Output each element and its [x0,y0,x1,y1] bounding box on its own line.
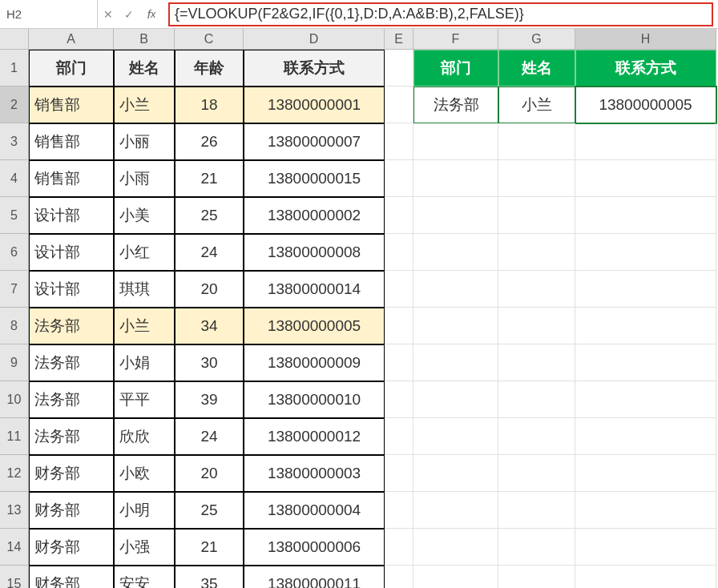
cell-name[interactable]: 小雨 [114,160,175,197]
row-header-7[interactable]: 7 [0,271,29,308]
cell-dept[interactable]: 法务部 [29,344,114,381]
cell-E2[interactable] [385,87,413,123]
cell-E14[interactable] [385,529,413,566]
cell-contact[interactable]: 13800000007 [244,123,385,160]
cell-name[interactable]: 小兰 [114,87,175,123]
cell-dept[interactable]: 设计部 [29,197,114,234]
cell-H8[interactable] [575,308,716,344]
cell-contact[interactable]: 13800000010 [244,381,385,418]
cell-age[interactable]: 24 [175,234,244,271]
column-header-F[interactable]: F [413,29,498,50]
cell-F4[interactable] [413,160,498,197]
select-all-corner[interactable] [0,29,29,50]
cell-H9[interactable] [575,344,716,381]
cell-F14[interactable] [413,529,498,566]
cell-H10[interactable] [575,381,716,418]
cell-E3[interactable] [385,123,413,160]
cell-name[interactable]: 小欧 [114,455,175,492]
cell-contact[interactable]: 13800000005 [244,308,385,344]
row-header-8[interactable]: 8 [0,308,29,344]
column-header-A[interactable]: A [29,29,114,50]
row-header-3[interactable]: 3 [0,123,29,160]
cell-age[interactable]: 35 [175,566,244,588]
cell-age[interactable]: 25 [175,492,244,529]
cell-E12[interactable] [385,455,413,492]
cell-E4[interactable] [385,160,413,197]
cell-name[interactable]: 小娟 [114,344,175,381]
row-header-14[interactable]: 14 [0,529,29,566]
cell-dept[interactable]: 设计部 [29,271,114,308]
cell-E15[interactable] [385,566,413,588]
cell-dept[interactable]: 财务部 [29,566,114,588]
cell-H11[interactable] [575,418,716,455]
cell-name[interactable]: 小丽 [114,123,175,160]
cell-H3[interactable] [575,123,716,160]
cell-G5[interactable] [498,197,575,234]
name-box[interactable]: H2 [0,0,98,28]
cell-contact[interactable]: 13800000011 [244,566,385,588]
cell-age[interactable]: 21 [175,529,244,566]
cell-contact[interactable]: 13800000008 [244,234,385,271]
row-header-12[interactable]: 12 [0,455,29,492]
cell-G15[interactable] [498,566,575,588]
lookup-dept[interactable]: 法务部 [413,87,498,123]
cell-name[interactable]: 琪琪 [114,271,175,308]
cell-name[interactable]: 欣欣 [114,418,175,455]
cell-F7[interactable] [413,271,498,308]
cell-dept[interactable]: 法务部 [29,418,114,455]
row-header-13[interactable]: 13 [0,492,29,529]
row-header-15[interactable]: 15 [0,566,29,588]
column-header-B[interactable]: B [114,29,175,50]
cell-dept[interactable]: 设计部 [29,234,114,271]
cell-age[interactable]: 26 [175,123,244,160]
fx-icon[interactable]: fx [139,0,163,28]
cell-dept[interactable]: 销售部 [29,123,114,160]
cell-G12[interactable] [498,455,575,492]
cell-F11[interactable] [413,418,498,455]
cell-E5[interactable] [385,197,413,234]
cell-G6[interactable] [498,234,575,271]
cell-E10[interactable] [385,381,413,418]
cell-F13[interactable] [413,492,498,529]
cell-dept[interactable]: 法务部 [29,308,114,344]
column-header-C[interactable]: C [175,29,244,50]
cell-age[interactable]: 30 [175,344,244,381]
cell-age[interactable]: 21 [175,160,244,197]
cell-G4[interactable] [498,160,575,197]
cell-contact[interactable]: 13800000015 [244,160,385,197]
cell-age[interactable]: 39 [175,381,244,418]
cell-F5[interactable] [413,197,498,234]
row-header-2[interactable]: 2 [0,87,29,123]
cell-H12[interactable] [575,455,716,492]
cell-contact[interactable]: 13800000001 [244,87,385,123]
cell-contact[interactable]: 13800000004 [244,492,385,529]
cell-G9[interactable] [498,344,575,381]
cell-E13[interactable] [385,492,413,529]
cell-F6[interactable] [413,234,498,271]
cell-contact[interactable]: 13800000012 [244,418,385,455]
cell-F8[interactable] [413,308,498,344]
cell-F10[interactable] [413,381,498,418]
row-header-9[interactable]: 9 [0,344,29,381]
cell-G8[interactable] [498,308,575,344]
row-header-4[interactable]: 4 [0,160,29,197]
cell-E1[interactable] [385,50,413,87]
cell-H15[interactable] [575,566,716,588]
cell-H13[interactable] [575,492,716,529]
cell-contact[interactable]: 13800000002 [244,197,385,234]
formula-input[interactable] [175,6,707,22]
confirm-icon[interactable]: ✓ [119,0,139,28]
cell-F9[interactable] [413,344,498,381]
cell-H7[interactable] [575,271,716,308]
row-header-5[interactable]: 5 [0,197,29,234]
row-header-11[interactable]: 11 [0,418,29,455]
cell-name[interactable]: 小明 [114,492,175,529]
cell-name[interactable]: 小兰 [114,308,175,344]
cell-E9[interactable] [385,344,413,381]
lookup-name[interactable]: 小兰 [498,87,575,123]
cell-contact[interactable]: 13800000006 [244,529,385,566]
row-header-6[interactable]: 6 [0,234,29,271]
cell-dept[interactable]: 销售部 [29,87,114,123]
cell-dept[interactable]: 财务部 [29,492,114,529]
cell-G11[interactable] [498,418,575,455]
